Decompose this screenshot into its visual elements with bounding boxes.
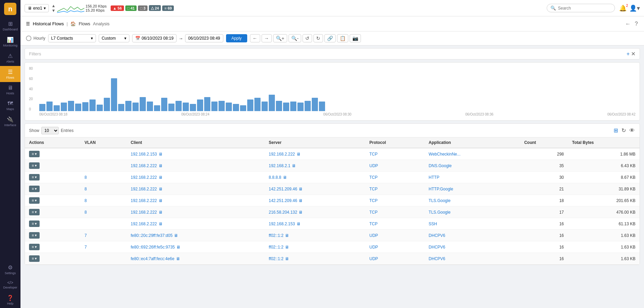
user-icon[interactable]: 👤▾ — [629, 4, 640, 12]
client-link[interactable]: fe80::20c:29ff:fe37:d05 🖥 — [131, 233, 261, 238]
sidebar-item-hosts[interactable]: 🖥 Hosts — [0, 82, 20, 98]
protocol-value[interactable]: UDP — [369, 245, 378, 250]
client-link[interactable]: 192.168.2.153 🖥 — [131, 152, 261, 157]
row-action-button[interactable]: ≡ ▾ — [29, 255, 40, 262]
client-link[interactable]: 192.168.2.222 🖥 — [131, 163, 261, 168]
monitor-badge-2[interactable]: □ 3 — [138, 5, 148, 11]
sidebar-item-dashboard[interactable]: ⊞ Dashboard — [0, 18, 20, 34]
row-action-button[interactable]: ≡ ▾ — [29, 162, 40, 169]
application-link[interactable]: HTTP.Google — [429, 187, 453, 191]
server-link[interactable]: ff02::1:2 🖥 — [269, 245, 361, 250]
protocol-value[interactable]: TCP — [369, 210, 378, 215]
vlan-link[interactable]: 8 — [84, 210, 87, 215]
row-action-button[interactable]: ≡ ▾ — [29, 186, 40, 192]
sidebar-item-flows[interactable]: ☰ Flows — [0, 66, 20, 82]
view-dropdown[interactable]: L7 Contacts ▾ — [48, 34, 96, 42]
application-link[interactable]: DHCPV6 — [429, 256, 445, 261]
help-button[interactable]: ? — [634, 20, 639, 28]
client-link[interactable]: fe80::692:26ff:fe5c:9735 🖥 — [131, 245, 261, 250]
protocol-value[interactable]: TCP — [369, 198, 378, 203]
entries-select[interactable]: 10 25 50 100 — [41, 127, 59, 134]
sidebar-item-monitoring[interactable]: 📊 Monitoring — [0, 34, 20, 50]
analysis-label[interactable]: Analysis — [93, 21, 109, 26]
screenshot-button[interactable]: 📷 — [350, 34, 361, 42]
date-to-input[interactable]: 06/10/2023 08:49 — [185, 34, 223, 42]
row-action-button[interactable]: ≡ ▾ — [29, 244, 40, 250]
application-link[interactable]: DNS.Google — [429, 163, 451, 168]
vlan-link[interactable]: 7 — [84, 233, 87, 238]
application-link[interactable]: DHCPV6 — [429, 233, 445, 238]
hourly-toggle-circle[interactable] — [26, 36, 31, 41]
client-link[interactable]: 192.168.2.222 🖥 — [131, 222, 261, 226]
server-link[interactable]: ff02::1:2 🖥 — [269, 233, 361, 238]
time-preset-dropdown[interactable]: Custom ▾ — [99, 34, 129, 42]
sidebar-item-help[interactable]: ❓ Help — [0, 292, 20, 308]
row-action-button[interactable]: ≡ ▾ — [29, 151, 40, 157]
protocol-value[interactable]: UDP — [369, 233, 378, 238]
export-button[interactable]: 📋 — [337, 34, 348, 42]
row-action-button[interactable]: ≡ ▾ — [29, 174, 40, 180]
sidebar-item-alerts[interactable]: ⚠ Alerts — [0, 50, 20, 66]
protocol-value[interactable]: TCP — [369, 152, 378, 157]
server-link[interactable]: 192.168.2.1 🖥 — [269, 163, 361, 168]
eye-button[interactable]: 👁 — [629, 126, 635, 134]
undo-button[interactable]: ↺ — [303, 34, 312, 42]
column-toggle-button[interactable]: ⊞ — [613, 126, 619, 134]
client-link[interactable]: 192.168.2.222 🖥 — [131, 175, 261, 180]
vlan-link[interactable]: 8 — [84, 198, 87, 203]
sidebar-item-interface[interactable]: 🔌 Interface — [0, 113, 20, 130]
application-link[interactable]: SSH — [429, 222, 437, 226]
client-link[interactable]: 192.168.2.222 🖥 — [131, 187, 261, 191]
protocol-value[interactable]: TCP — [369, 222, 378, 226]
apply-button[interactable]: Apply — [226, 34, 247, 42]
row-action-button[interactable]: ≡ ▾ — [29, 209, 40, 215]
search-box[interactable]: 🔍 — [547, 4, 615, 12]
next-arrow-button[interactable]: → — [262, 34, 272, 42]
vlan-link[interactable]: 8 — [84, 175, 87, 180]
server-link[interactable]: 216.58.204.132 🖥 — [269, 210, 361, 215]
client-link[interactable]: fe80::ec4:7aff:fecc:4e6e 🖥 — [131, 256, 261, 261]
application-link[interactable]: DHCPV6 — [429, 245, 445, 250]
protocol-value[interactable]: UDP — [369, 163, 378, 168]
sidebar-item-developer[interactable]: </> Developer — [0, 278, 20, 292]
zoom-in-button[interactable]: 🔍+ — [273, 34, 287, 42]
link-button[interactable]: 🔗 — [324, 34, 336, 42]
row-action-button[interactable]: ≡ ▾ — [29, 220, 40, 227]
client-link[interactable]: 192.168.2.222 🖥 — [131, 198, 261, 203]
server-link[interactable]: ff02::1:2 🖥 — [269, 256, 361, 261]
application-link[interactable]: TLS.Google — [429, 210, 450, 215]
application-link[interactable]: WebCheckinNe... — [429, 152, 460, 157]
vlan-link[interactable]: 8 — [84, 187, 87, 191]
vlan-link[interactable]: 7 — [84, 245, 87, 250]
server-link[interactable]: 192.168.2.153 🖥 — [269, 222, 361, 226]
interface-selector[interactable]: 🖥 eno1 ▾ — [25, 4, 49, 12]
search-input[interactable] — [558, 6, 611, 11]
server-link[interactable]: 8.8.8.8 🖥 — [269, 175, 361, 180]
zoom-out-button[interactable]: 🔍- — [289, 34, 302, 42]
server-link[interactable]: 142.251.209.46 🖥 — [269, 198, 361, 203]
refresh-button[interactable]: ↻ — [621, 126, 627, 134]
row-action-button[interactable]: ≡ ▾ — [29, 232, 40, 239]
close-filter-button[interactable]: ✕ — [631, 51, 635, 57]
sidebar-item-maps[interactable]: 🗺 Maps — [0, 98, 20, 113]
alert-badge[interactable]: ▲ 56 — [111, 5, 124, 11]
application-link[interactable]: HTTP — [429, 175, 439, 180]
server-link[interactable]: 142.251.209.46 🖥 — [269, 187, 361, 191]
monitor-badge-3[interactable]: △ 24 — [149, 5, 161, 11]
redo-button[interactable]: ↻ — [313, 34, 323, 42]
date-from-input[interactable]: 📅 06/10/2023 08:19 — [132, 34, 177, 42]
monitor-badge-4[interactable]: ≡ 69 — [162, 5, 174, 11]
bell-icon[interactable]: 🔔2 — [619, 4, 627, 12]
sidebar-item-settings[interactable]: ⚙ Settings — [0, 262, 20, 278]
protocol-value[interactable]: TCP — [369, 187, 378, 191]
protocol-value[interactable]: UDP — [369, 256, 378, 261]
client-link[interactable]: 192.168.2.222 🖥 — [131, 210, 261, 215]
application-link[interactable]: TLS.Google — [429, 198, 450, 203]
flows-label[interactable]: Flows — [79, 21, 90, 26]
row-action-button[interactable]: ≡ ▾ — [29, 197, 40, 204]
protocol-value[interactable]: TCP — [369, 175, 378, 180]
monitor-badge-1[interactable]: □ 41 — [125, 5, 137, 11]
add-filter-button[interactable]: + — [627, 51, 630, 57]
back-button[interactable]: ← — [625, 20, 631, 28]
prev-arrow-button[interactable]: ← — [250, 34, 260, 42]
